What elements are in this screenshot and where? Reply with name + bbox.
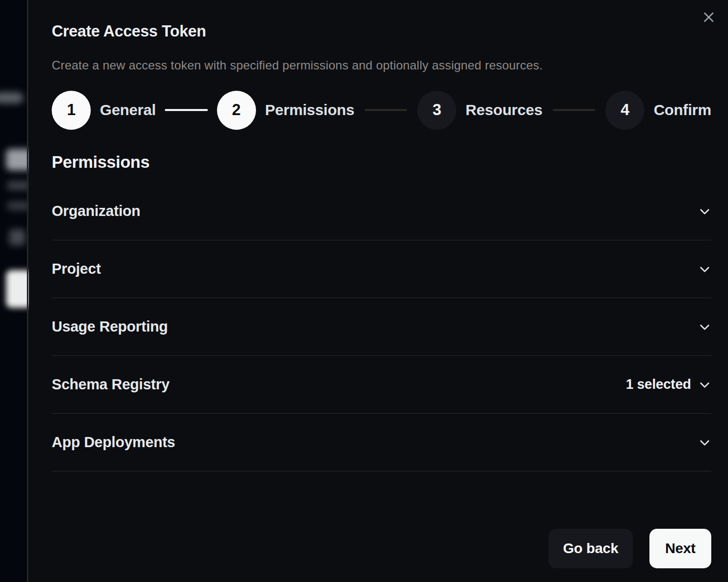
step-connector [553,109,595,111]
chevron-down-icon [698,205,711,218]
step-number-circle: 4 [605,91,644,130]
step-number-circle: 2 [217,91,256,130]
accordion-label: App Deployments [52,434,175,451]
accordion-row-organization[interactable]: Organization [52,183,711,240]
step-connector-complete [165,109,207,111]
page-title: Permissions [52,152,711,172]
accordion-row-schema-registry[interactable]: Schema Registry 1 selected [52,356,711,414]
background-blur-content [9,229,25,245]
step-label: General [100,101,156,119]
accordion-row-usage-reporting[interactable]: Usage Reporting [52,298,711,356]
background-blur-content [0,92,23,103]
next-button[interactable]: Next [649,529,711,568]
step-label: Resources [465,101,542,119]
x-close-icon [703,11,715,23]
create-access-token-modal: Create Access Token Create a new access … [29,0,728,582]
modal-title: Create Access Token [52,22,711,41]
step-permissions[interactable]: 2 Permissions [217,91,354,130]
page-edge-divider [27,0,28,582]
accordion-label: Organization [52,203,140,220]
accordion-label: Schema Registry [52,376,169,393]
step-resources[interactable]: 3 Resources [417,91,542,130]
accordion-label: Project [52,261,101,277]
step-label: Confirm [653,101,711,119]
close-button[interactable] [699,7,719,27]
wizard-stepper: 1 General 2 Permissions 3 Resources 4 Co… [52,90,711,130]
chevron-down-icon [698,320,711,334]
step-number-circle: 3 [417,91,456,130]
accordion-row-project[interactable]: Project [52,240,711,298]
accordion-label: Usage Reporting [52,318,168,335]
step-general[interactable]: 1 General [52,91,156,130]
permissions-accordion: Organization Project Usage Reporting [52,183,711,471]
accordion-row-app-deployments[interactable]: App Deployments [52,414,711,471]
step-number-circle: 1 [52,91,91,130]
chevron-down-icon [698,263,711,276]
go-back-button[interactable]: Go back [549,529,633,568]
step-confirm[interactable]: 4 Confirm [605,91,711,130]
modal-subtitle: Create a new access token with specified… [52,58,711,73]
step-label: Permissions [265,101,354,119]
chevron-down-icon [698,436,711,449]
selection-count-badge: 1 selected [626,377,691,392]
modal-footer: Go back Next [52,529,711,568]
chevron-down-icon [698,378,711,391]
step-connector [365,109,407,111]
